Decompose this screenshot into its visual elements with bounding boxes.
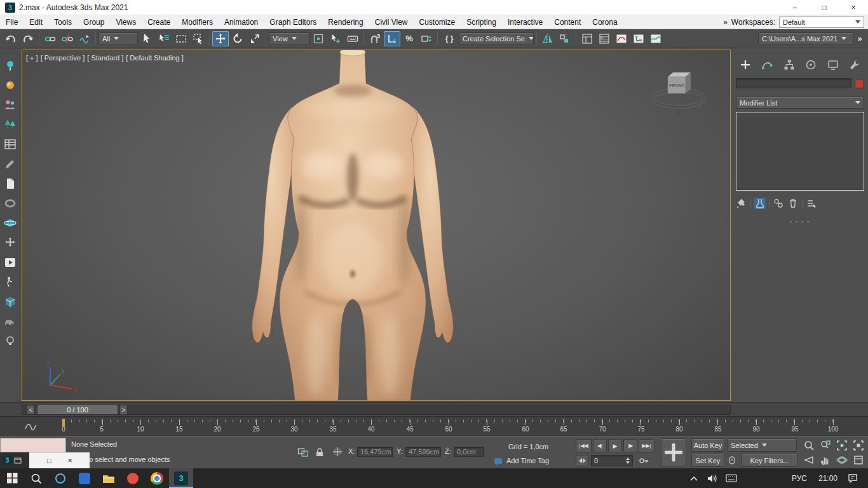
pan-hand-button[interactable] [818, 454, 832, 466]
viewport-menu-pov[interactable]: [ Perspective ] [41, 54, 85, 62]
mirror-button[interactable] [539, 31, 556, 46]
hidden-icons-caret[interactable] [686, 468, 702, 488]
select-and-link-button[interactable] [42, 31, 58, 46]
viewport-menu-renderer[interactable]: [ Standard ] [87, 54, 123, 62]
tab-display[interactable] [825, 57, 841, 72]
menu-file[interactable]: File [0, 15, 24, 29]
set-keys-button[interactable] [661, 438, 686, 466]
clock[interactable]: 21:00 [813, 468, 843, 488]
tab-motion[interactable] [803, 57, 819, 72]
omni-light-icon[interactable] [3, 78, 18, 92]
toolbar-overflow-chevron[interactable]: » [854, 31, 865, 46]
menu-scripting[interactable]: Scripting [461, 15, 502, 29]
render-setup-button[interactable] [648, 31, 664, 46]
set-key-button[interactable]: Set Key [691, 454, 724, 467]
object-color-swatch[interactable] [855, 79, 864, 88]
zoom-button[interactable] [802, 439, 816, 452]
align-button[interactable] [557, 31, 573, 46]
selection-lock-icon[interactable] [313, 446, 327, 459]
key-mode-toggle-icon[interactable] [637, 454, 651, 467]
tab-modify[interactable] [759, 57, 775, 72]
select-by-name-button[interactable] [156, 31, 172, 46]
menu-customize[interactable]: Customize [414, 15, 461, 29]
panel-splitter[interactable]: • • • • [736, 219, 864, 224]
next-frame-playback-button[interactable]: |▶ [623, 439, 637, 452]
toggle-layer-explorer-button[interactable] [596, 31, 613, 46]
orbit-button[interactable] [835, 454, 849, 466]
menu-group[interactable]: Group [78, 15, 110, 29]
characters-icon[interactable] [3, 98, 18, 112]
edit-named-selection-sets-button[interactable]: { } [440, 31, 458, 46]
bulb-icon[interactable] [3, 334, 18, 348]
y-coordinate-field[interactable]: 47,599cm [405, 447, 441, 457]
language-indicator[interactable]: РУС [787, 468, 812, 488]
viewport-menu-general[interactable]: [ + ] [26, 54, 38, 62]
selection-filter-dropdown[interactable]: All [98, 32, 138, 45]
preview-close-button[interactable]: × [68, 456, 72, 465]
file-explorer-icon[interactable] [97, 468, 121, 488]
key-filters-button[interactable]: Key Filters... [741, 454, 798, 467]
select-and-scale-button[interactable] [247, 31, 263, 46]
modifier-list-dropdown[interactable]: Modifier List [736, 97, 864, 109]
auto-key-button[interactable]: Auto Key [691, 438, 724, 452]
blue-app-icon[interactable] [72, 468, 97, 488]
z-coordinate-field[interactable]: 0,0cm [454, 447, 484, 457]
frame-stepper[interactable] [626, 458, 630, 464]
keyboard-shortcut-override-button[interactable] [344, 31, 361, 46]
use-pivot-point-center-button[interactable] [310, 31, 327, 46]
maximize-button[interactable]: □ [810, 0, 839, 15]
keyable-icon[interactable] [726, 454, 740, 467]
walkthrough-icon[interactable] [3, 275, 18, 289]
viewport-menu-shading[interactable]: [ Default Shading ] [126, 54, 184, 62]
make-unique-icon[interactable] [773, 198, 784, 209]
zoom-extents-button[interactable] [835, 439, 849, 452]
menu-edit[interactable]: Edit [24, 15, 48, 29]
play-media-icon[interactable] [3, 255, 18, 269]
minimize-button[interactable]: – [780, 0, 810, 15]
3ds-max-taskbar-icon[interactable]: 3 [169, 468, 193, 488]
volume-icon[interactable] [704, 468, 721, 488]
scene-list-icon[interactable] [3, 137, 18, 151]
preview-maximize-button[interactable]: □ [47, 457, 51, 464]
go-to-start-button[interactable]: |◀◀ [576, 439, 592, 452]
crossing-selection-icon[interactable] [296, 446, 310, 459]
undo-button[interactable] [3, 31, 19, 46]
workspace-dropdown[interactable]: Default [779, 17, 864, 28]
time-slider-handle[interactable]: 0 / 100 [37, 405, 118, 415]
configure-modifier-sets-icon[interactable] [806, 198, 817, 209]
schematic-view-button[interactable] [630, 31, 647, 46]
foliage-icon[interactable] [3, 118, 18, 132]
point-light-icon[interactable] [3, 58, 18, 72]
tab-utilities[interactable] [846, 57, 863, 72]
model-female-body[interactable] [22, 50, 731, 400]
viewport[interactable]: [ + ] [ Perspective ] [ Standard ] [ Def… [20, 48, 732, 402]
preview-thumbnail[interactable] [0, 438, 66, 452]
menu-tools[interactable]: Tools [48, 15, 78, 29]
mini-curve-editor-icon[interactable] [24, 421, 37, 432]
select-object-button[interactable] [139, 31, 155, 46]
cube-grid-icon[interactable] [3, 295, 18, 309]
menu-rendering[interactable]: Rendering [322, 15, 369, 29]
move-gizmo-icon[interactable] [3, 236, 18, 250]
menu-graph-editors[interactable]: Graph Editors [264, 15, 322, 29]
previous-frame-playback-button[interactable]: ◀| [593, 439, 607, 452]
reference-coordinate-dropdown[interactable]: View [269, 32, 309, 45]
toggle-scene-explorer-button[interactable] [579, 31, 595, 46]
zoom-extents-all-button[interactable] [851, 439, 865, 452]
search-icon[interactable] [24, 468, 48, 488]
tab-hierarchy[interactable] [781, 57, 797, 72]
object-name-field[interactable] [736, 78, 851, 88]
tab-create[interactable] [737, 57, 754, 72]
pin-stack-icon[interactable] [736, 198, 747, 209]
time-slider-track[interactable] [22, 405, 731, 415]
spinner-snap-button[interactable] [418, 31, 435, 46]
angle-snap-button[interactable] [384, 31, 400, 46]
key-mode-dropdown[interactable]: Selected [727, 438, 797, 452]
select-and-manipulate-button[interactable] [327, 31, 344, 46]
globe-icon[interactable] [3, 216, 18, 230]
start-button[interactable] [0, 468, 24, 488]
previous-frame-button[interactable]: < [27, 405, 35, 415]
project-folder-dropdown[interactable]: C:\Users\A...s Max 2021 [758, 32, 853, 45]
cortana-icon[interactable] [48, 468, 72, 488]
current-frame-field[interactable]: 0 [591, 455, 633, 466]
